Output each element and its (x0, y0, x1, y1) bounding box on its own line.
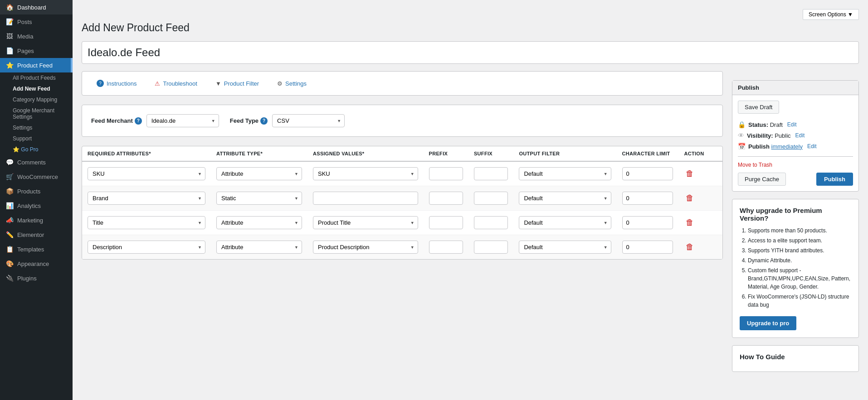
sidebar-item-woocommerce[interactable]: 🛒 WooCommerce (0, 169, 73, 184)
feed-type-select[interactable]: CSV XML TXT TSV (272, 114, 345, 127)
char-limit-input-sku[interactable] (622, 167, 673, 180)
sidebar-item-analytics[interactable]: 📊 Analytics (0, 198, 73, 213)
attr-type-select-sku[interactable]: Attribute Static Pattern (216, 167, 302, 180)
delete-row-brand[interactable]: 🗑 (684, 192, 696, 205)
elementor-icon: ✏️ (5, 231, 14, 238)
tabs-bar: ? Instructions ⚠ Troubleshoot ▼ Product … (82, 71, 723, 96)
posts-icon: 📝 (5, 18, 14, 25)
move-to-trash-link[interactable]: Move to Trash (738, 162, 772, 168)
delete-row-title[interactable]: 🗑 (684, 216, 696, 229)
attr-type-select-brand[interactable]: Attribute Static Pattern (216, 192, 302, 205)
prefix-input-sku[interactable] (429, 167, 463, 180)
suffix-cell-title (468, 211, 513, 235)
sidebar-submenu-product-feed: All Product Feeds Add New Feed Category … (0, 72, 73, 155)
assigned-input-brand[interactable] (313, 192, 418, 205)
sidebar-item-support[interactable]: Support (13, 133, 73, 144)
assigned-cell-description: SKU Product Title Product Description (307, 235, 424, 260)
list-item: Custom field support - Brand,GTIN,MPN,UP… (748, 266, 851, 291)
sidebar-item-templates[interactable]: 📋 Templates (0, 242, 73, 256)
output-filter-select-brand[interactable]: Default Strip Tags Encode HTML (519, 192, 611, 205)
upgrade-to-pro-button[interactable]: Upgrade to pro (740, 316, 796, 330)
output-filter-wrapper-description: Default Strip Tags Encode HTML (519, 241, 611, 254)
req-attr-select-wrapper-description: SKU Brand Title Description (88, 241, 205, 254)
attr-type-select-wrapper-title: Attribute Static Pattern (216, 216, 302, 229)
sidebar-item-pages[interactable]: 📄 Pages (0, 43, 73, 58)
prefix-input-brand[interactable] (429, 192, 463, 205)
purge-cache-button[interactable]: Purge Cache (738, 173, 786, 186)
output-filter-select-description[interactable]: Default Strip Tags Encode HTML (519, 241, 611, 254)
feed-title-input[interactable] (82, 41, 859, 64)
assigned-select-description[interactable]: SKU Product Title Product Description (313, 241, 418, 254)
char-limit-input-title[interactable] (622, 216, 673, 229)
assigned-select-title[interactable]: SKU Product Title Product Description (313, 216, 418, 229)
char-limit-input-description[interactable] (622, 241, 673, 254)
premium-box-title: Why upgrade to Premium Version? (740, 207, 851, 222)
delete-row-description[interactable]: 🗑 (684, 241, 696, 254)
status-icon: 🔒 (738, 121, 746, 128)
sidebar-item-plugins[interactable]: 🔌 Plugins (0, 271, 73, 285)
publish-time[interactable]: immediately (771, 143, 803, 150)
req-attr-select-wrapper-title: SKU Brand Title Description (88, 216, 205, 229)
tab-product-filter[interactable]: ▼ Product Filter (210, 77, 264, 90)
feed-type-group: Feed Type ? CSV XML TXT TSV (230, 114, 345, 127)
sidebar-item-elementor[interactable]: ✏️ Elementor (0, 227, 73, 242)
attr-type-select-wrapper-sku: Attribute Static Pattern (216, 167, 302, 180)
feed-merchant-select-wrapper: Idealo.de Google Shopping Facebook Amazo… (146, 114, 219, 127)
req-attr-select-description[interactable]: SKU Brand Title Description (88, 241, 205, 254)
products-icon: 📦 (5, 188, 14, 195)
tab-instructions[interactable]: ? Instructions (91, 77, 142, 90)
merchant-help-icon[interactable]: ? (135, 117, 142, 125)
sidebar-item-appearance[interactable]: 🎨 Appearance (0, 256, 73, 271)
sidebar-item-dashboard[interactable]: 🏠 Dashboard (0, 0, 73, 14)
screen-options-button[interactable]: Screen Options ▼ (803, 9, 859, 20)
attr-type-select-description[interactable]: Attribute Static Pattern (216, 241, 302, 254)
suffix-input-sku[interactable] (474, 167, 508, 180)
feed-merchant-select[interactable]: Idealo.de Google Shopping Facebook Amazo… (146, 114, 219, 127)
assigned-select-sku[interactable]: SKU Product Title Product Description (313, 167, 418, 180)
instructions-icon: ? (97, 80, 104, 87)
prefix-input-description[interactable] (429, 241, 463, 254)
sidebar-item-products[interactable]: 📦 Products (0, 184, 73, 198)
publish-button[interactable]: Publish (816, 173, 853, 186)
sidebar-item-posts[interactable]: 📝 Posts (0, 14, 73, 29)
sidebar-item-all-feeds[interactable]: All Product Feeds (13, 72, 73, 83)
attr-type-select-title[interactable]: Attribute Static Pattern (216, 216, 302, 229)
suffix-input-brand[interactable] (474, 192, 508, 205)
publish-time-edit-link[interactable]: Edit (807, 143, 817, 149)
sidebar-item-category-mapping[interactable]: Category Mapping (13, 94, 73, 105)
suffix-input-description[interactable] (474, 241, 508, 254)
publish-box-body: Save Draft 🔒 Status: Draft Edit 👁 Visibi… (732, 95, 858, 191)
status-edit-link[interactable]: Edit (787, 121, 797, 128)
char-limit-input-brand[interactable] (622, 192, 673, 205)
sidebar-item-media[interactable]: 🖼 Media (0, 29, 73, 43)
prefix-input-title[interactable] (429, 216, 463, 229)
req-attr-select-sku[interactable]: SKU Brand Title Description (88, 167, 205, 180)
appearance-icon: 🎨 (5, 260, 14, 267)
sidebar-item-add-new[interactable]: Add New Feed (13, 83, 73, 94)
output-filter-select-sku[interactable]: Default Strip Tags Encode HTML Uppercase… (519, 167, 611, 180)
tab-settings[interactable]: ⚙ Settings (272, 77, 312, 90)
sidebar-item-go-pro[interactable]: ⭐ Go Pro (13, 144, 73, 155)
attr-type-select-wrapper-description: Attribute Static Pattern (216, 241, 302, 254)
output-filter-select-title[interactable]: Default Strip Tags Encode HTML (519, 216, 611, 229)
delete-row-sku[interactable]: 🗑 (684, 167, 696, 180)
char-limit-cell-brand (617, 186, 679, 211)
sidebar-item-settings[interactable]: Settings (13, 122, 73, 133)
sidebar-item-comments[interactable]: 💬 Comments (0, 155, 73, 169)
feed-type-help-icon[interactable]: ? (260, 117, 268, 125)
suffix-cell-sku (468, 161, 513, 186)
publish-box: Publish Save Draft 🔒 Status: Draft Edit (732, 80, 859, 192)
tab-troubleshoot[interactable]: ⚠ Troubleshoot (149, 77, 202, 90)
sidebar-item-google-merchant[interactable]: Google Merchant Settings (13, 105, 73, 122)
sidebar-item-product-feed[interactable]: ⭐ Product Feed (0, 58, 73, 72)
assigned-select-wrapper-description: SKU Product Title Product Description (313, 241, 418, 254)
sidebar: 🏠 Dashboard 📝 Posts 🖼 Media 📄 Pages ⭐ Pr… (0, 0, 73, 400)
req-attr-select-brand[interactable]: SKU Brand Title Description (88, 192, 205, 205)
save-draft-button[interactable]: Save Draft (738, 101, 779, 114)
assigned-cell-title: SKU Product Title Product Description (307, 211, 424, 235)
visibility-edit-link[interactable]: Edit (795, 132, 805, 139)
attributes-table: REQUIRED ATTRIBUTES* ATTRIBUTE TYPE* ASS… (82, 146, 722, 259)
suffix-input-title[interactable] (474, 216, 508, 229)
sidebar-item-marketing[interactable]: 📣 Marketing (0, 213, 73, 227)
req-attr-select-title[interactable]: SKU Brand Title Description (88, 216, 205, 229)
